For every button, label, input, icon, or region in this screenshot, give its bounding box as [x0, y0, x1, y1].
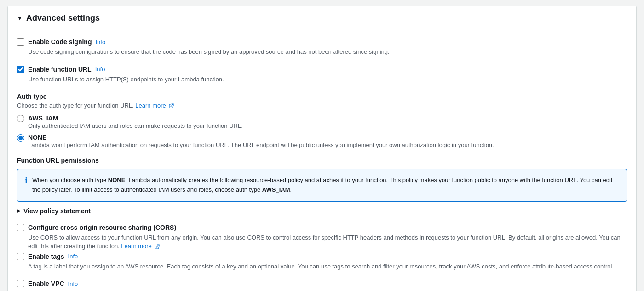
code-signing-section: Enable Code signing Info Use code signin… — [17, 38, 627, 57]
radio-row-none: NONE Lambda won't perform IAM authentica… — [17, 134, 627, 149]
advanced-settings-panel: ▼ Advanced settings Enable Code signing … — [7, 6, 637, 291]
none-desc: Lambda won't perform IAM authentication … — [28, 142, 494, 148]
tags-section: Enable tags Info A tag is a label that y… — [17, 253, 627, 271]
permissions-info-box: ℹ When you choose auth type NONE, Lambda… — [17, 169, 627, 202]
page-wrapper: ▼ Advanced settings Enable Code signing … — [0, 0, 644, 291]
collapse-chevron-icon[interactable]: ▼ — [17, 15, 23, 22]
view-policy-label: View policy statement — [23, 207, 91, 215]
function-url-section: Enable function URL Info Use function UR… — [17, 66, 627, 84]
auth-type-desc: Choose the auth type for your function U… — [17, 102, 627, 109]
tags-row: Enable tags Info — [17, 253, 627, 260]
code-signing-row: Enable Code signing Info — [17, 38, 627, 46]
enable-cors-checkbox[interactable] — [17, 224, 24, 231]
cors-desc: Use CORS to allow access to your functio… — [28, 233, 627, 251]
code-signing-desc: Use code signing configurations to ensur… — [28, 47, 627, 57]
vpc-desc: Connect your function to a VPC to access… — [28, 289, 627, 291]
radio-none[interactable] — [17, 134, 24, 142]
cors-label: Configure cross-origin resource sharing … — [28, 224, 176, 231]
enable-tags-checkbox[interactable] — [17, 253, 24, 260]
tags-label: Enable tags — [28, 253, 64, 260]
info-none-bold: NONE — [108, 177, 126, 183]
cors-learn-more-link[interactable]: Learn more — [121, 243, 160, 250]
cors-row-header: Configure cross-origin resource sharing … — [17, 224, 627, 231]
tags-desc: A tag is a label that you assign to an A… — [28, 262, 627, 271]
info-circle-icon: ℹ — [25, 176, 28, 185]
radio-row-aws-iam: AWS_IAM Only authenticated IAM users and… — [17, 114, 627, 130]
auth-type-label: Auth type — [17, 93, 627, 100]
aws-iam-desc: Only authenticated IAM users and roles c… — [28, 122, 243, 129]
function-url-info-link[interactable]: Info — [95, 66, 105, 73]
enable-vpc-checkbox[interactable] — [17, 280, 24, 287]
tags-info-link[interactable]: Info — [68, 253, 78, 260]
none-content: NONE Lambda won't perform IAM authentica… — [28, 134, 494, 149]
cors-external-link-icon — [154, 244, 160, 250]
code-signing-label: Enable Code signing — [28, 38, 92, 46]
radio-aws-iam[interactable] — [17, 115, 24, 122]
function-url-label: Enable function URL — [28, 66, 92, 73]
enable-code-signing-checkbox[interactable] — [17, 38, 24, 46]
aws-iam-label: AWS_IAM — [28, 114, 243, 122]
vpc-row: Enable VPC Info — [17, 280, 627, 287]
code-signing-info-link[interactable]: Info — [95, 39, 105, 46]
function-url-row: Enable function URL Info — [17, 66, 627, 73]
permissions-section: Function URL permissions ℹ When you choo… — [17, 157, 627, 215]
view-policy-chevron-icon: ▶ — [17, 208, 21, 214]
panel-body: Enable Code signing Info Use code signin… — [8, 29, 636, 291]
panel-title: Advanced settings — [26, 13, 100, 23]
function-url-desc: Use function URLs to assign HTTP(S) endp… — [28, 75, 627, 84]
info-text-end: . — [290, 186, 292, 193]
info-text-pre: When you choose auth type — [32, 177, 108, 183]
external-link-icon — [168, 103, 174, 109]
auth-type-learn-more-link[interactable]: Learn more — [135, 102, 174, 109]
auth-type-radio-group: AWS_IAM Only authenticated IAM users and… — [17, 114, 627, 149]
view-policy-row[interactable]: ▶ View policy statement — [17, 207, 627, 215]
vpc-label: Enable VPC — [28, 280, 64, 287]
permissions-info-text: When you choose auth type NONE, Lambda a… — [32, 176, 619, 195]
panel-header: ▼ Advanced settings — [8, 6, 636, 29]
cors-section: Configure cross-origin resource sharing … — [17, 224, 627, 251]
vpc-info-link[interactable]: Info — [68, 280, 78, 287]
permissions-label: Function URL permissions — [17, 157, 627, 164]
none-label: NONE — [28, 134, 494, 141]
info-aws-iam-bold: AWS_IAM — [262, 186, 290, 193]
main-content: ▼ Advanced settings Enable Code signing … — [0, 0, 644, 291]
cors-desc-text: Use CORS to allow access to your functio… — [28, 234, 621, 250]
enable-function-url-checkbox[interactable] — [17, 66, 24, 73]
vpc-section: Enable VPC Info Connect your function to… — [17, 280, 627, 291]
auth-type-section: Auth type Choose the auth type for your … — [17, 93, 627, 215]
auth-type-desc-text: Choose the auth type for your function U… — [17, 102, 134, 109]
aws-iam-content: AWS_IAM Only authenticated IAM users and… — [28, 114, 243, 130]
